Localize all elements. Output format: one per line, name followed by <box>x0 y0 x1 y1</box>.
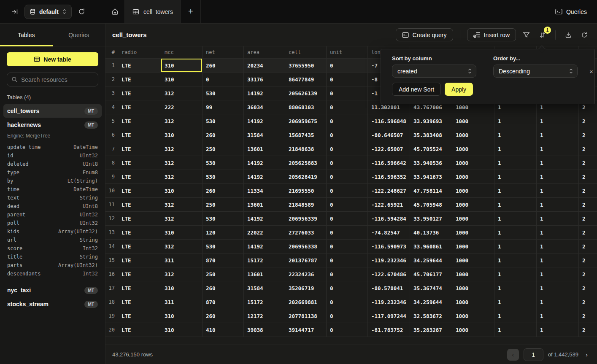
apply-sort-button[interactable]: Apply <box>445 83 473 96</box>
table-cell[interactable]: 33.939693 <box>410 114 452 128</box>
table-cell[interactable]: 39144717 <box>285 323 327 337</box>
table-cell[interactable]: 1 <box>494 267 537 281</box>
table-cell[interactable]: 2 <box>579 212 597 226</box>
table-cell[interactable]: 1 <box>537 295 579 309</box>
table-cell[interactable]: 1000 <box>452 295 494 309</box>
table-cell[interactable]: -119.232346 <box>368 295 410 309</box>
table-cell[interactable]: 21848589 <box>285 198 327 212</box>
table-cell[interactable]: -116.596642 <box>368 156 410 170</box>
table-cell[interactable]: -117.097244 <box>368 309 410 323</box>
table-cell[interactable]: 0 <box>327 86 368 100</box>
column-header-mcc[interactable]: mcc <box>161 46 203 59</box>
table-cell[interactable]: 0 <box>327 198 368 212</box>
table-cell[interactable]: 1 <box>494 170 537 184</box>
table-cell[interactable]: 14192 <box>244 156 285 170</box>
table-cell[interactable]: 120 <box>203 226 244 240</box>
table-cell[interactable]: 310 <box>161 281 203 295</box>
table-cell[interactable]: 2 <box>579 128 597 142</box>
table-cell[interactable]: 1 <box>494 156 537 170</box>
table-cell[interactable]: 207781138 <box>285 309 327 323</box>
previous-page-button[interactable]: ‹ <box>507 349 519 361</box>
table-cell[interactable]: 1 <box>494 295 537 309</box>
column-header-radio[interactable]: radio <box>118 46 161 59</box>
table-cell[interactable]: -119.232346 <box>368 253 410 267</box>
table-cell[interactable]: 2 <box>579 323 597 337</box>
table-cell[interactable]: 45.706177 <box>410 267 452 281</box>
table-cell[interactable]: LTE <box>118 128 161 142</box>
table-cell[interactable]: 530 <box>203 86 244 100</box>
next-page-button[interactable]: › <box>583 349 590 360</box>
table-cell[interactable]: 1 <box>537 170 579 184</box>
table-cell[interactable]: 14192 <box>244 86 285 100</box>
table-cell[interactable]: 1 <box>494 212 537 226</box>
table-cell[interactable]: 1 <box>537 128 579 142</box>
table-cell[interactable]: -122.670486 <box>368 267 410 281</box>
table-cell[interactable]: LTE <box>118 212 161 226</box>
tab-home[interactable] <box>105 0 125 23</box>
sidebar-tab-queries[interactable]: Queries <box>53 24 105 46</box>
table-cell[interactable]: 1 <box>537 323 579 337</box>
table-cell[interactable]: 35.283287 <box>410 323 452 337</box>
table-cell[interactable]: 99 <box>203 100 244 114</box>
column-header-net[interactable]: net <box>203 46 244 59</box>
table-cell[interactable]: 0 <box>327 142 368 156</box>
remove-sort-button[interactable]: × <box>589 68 593 75</box>
table-cell[interactable]: 1 <box>494 114 537 128</box>
table-cell[interactable]: -122.65921 <box>368 198 410 212</box>
table-cell[interactable]: 0 <box>327 212 368 226</box>
table-cell[interactable]: 310 <box>161 323 203 337</box>
table-cell[interactable]: 1 <box>537 156 579 170</box>
table-cell[interactable]: 12172 <box>244 309 285 323</box>
table-cell[interactable]: LTE <box>118 86 161 100</box>
table-cell[interactable]: -116.596848 <box>368 114 410 128</box>
table-cell[interactable]: 530 <box>203 240 244 253</box>
table-cell[interactable]: LTE <box>118 295 161 309</box>
table-cell[interactable]: 1000 <box>452 156 494 170</box>
sidebar-table-item-stocks_stream[interactable]: stocks_streamMT <box>3 297 102 311</box>
table-cell[interactable]: 45.705948 <box>410 198 452 212</box>
table-cell[interactable]: 1 <box>494 198 537 212</box>
table-cell[interactable]: 1 <box>537 226 579 240</box>
table-cell[interactable]: 2 <box>579 226 597 240</box>
table-cell[interactable]: 311 <box>161 253 203 267</box>
queries-button[interactable]: Queries <box>545 0 597 23</box>
column-header-unit[interactable]: unit <box>327 46 368 59</box>
table-cell[interactable]: 1000 <box>452 323 494 337</box>
table-cell[interactable]: 1 <box>494 184 537 198</box>
table-cell[interactable]: 312 <box>161 198 203 212</box>
table-cell[interactable]: 0 <box>327 128 368 142</box>
table-cell[interactable]: 27276033 <box>285 226 327 240</box>
table-cell[interactable]: 1000 <box>452 226 494 240</box>
table-cell[interactable]: 20234 <box>244 59 285 73</box>
table-cell[interactable]: 1 <box>537 114 579 128</box>
table-cell[interactable]: 1 <box>537 198 579 212</box>
table-cell[interactable]: 14192 <box>244 114 285 128</box>
table-cell[interactable]: 1 <box>494 253 537 267</box>
table-cell[interactable]: 206959675 <box>285 114 327 128</box>
table-cell[interactable]: 310 <box>161 226 203 240</box>
table-cell[interactable]: 2 <box>579 170 597 184</box>
table-cell[interactable]: 260 <box>203 281 244 295</box>
table-cell[interactable]: 206956339 <box>285 212 327 226</box>
table-cell[interactable]: 22022 <box>244 226 285 240</box>
table-cell[interactable]: 0 <box>327 170 368 184</box>
table-cell[interactable]: 1 <box>537 184 579 198</box>
table-cell[interactable]: LTE <box>118 100 161 114</box>
column-header-index[interactable]: # <box>105 46 118 59</box>
table-cell[interactable]: 205626139 <box>285 86 327 100</box>
table-cell[interactable]: 1000 <box>452 170 494 184</box>
table-cell[interactable]: 312 <box>161 86 203 100</box>
table-cell[interactable]: 33.960861 <box>410 240 452 253</box>
table-cell[interactable]: 250 <box>203 267 244 281</box>
table-cell[interactable]: 870 <box>203 253 244 267</box>
search-input[interactable] <box>21 76 94 83</box>
table-cell[interactable]: 15687435 <box>285 128 327 142</box>
collapse-sidebar-button[interactable] <box>9 6 20 17</box>
table-cell[interactable]: 1 <box>537 142 579 156</box>
table-cell[interactable]: 0 <box>327 226 368 240</box>
table-cell[interactable]: 11334 <box>244 184 285 198</box>
table-cell[interactable]: 1000 <box>452 212 494 226</box>
table-cell[interactable]: 1000 <box>452 253 494 267</box>
table-cell[interactable]: 47.758114 <box>410 184 452 198</box>
table-cell[interactable]: 0 <box>327 100 368 114</box>
